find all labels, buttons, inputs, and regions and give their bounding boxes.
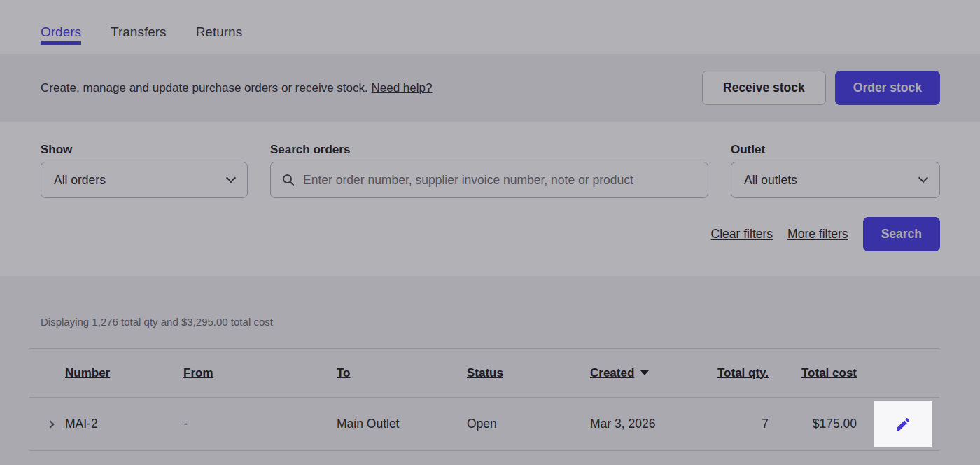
- banner-message: Create, manage and update purchase order…: [41, 81, 432, 95]
- table-header-row: Number From To Status Created Total qty.…: [29, 349, 939, 398]
- tab-transfers[interactable]: Transfers: [111, 25, 167, 54]
- outlet-filter-label: Outlet: [731, 143, 940, 157]
- cell-total-qty: 7: [762, 417, 769, 431]
- banner-message-text: Create, manage and update purchase order…: [41, 81, 368, 95]
- show-filter-select[interactable]: All orders: [41, 162, 248, 198]
- column-header-number[interactable]: Number: [65, 366, 183, 380]
- table-row: MAI-2 - Main Outlet Open Mar 3, 2026 7 $…: [29, 398, 939, 451]
- chevron-right-icon: [46, 420, 54, 428]
- tour-spotlight: [874, 401, 932, 447]
- pencil-icon: [895, 416, 911, 433]
- sort-desc-icon: [640, 370, 649, 375]
- column-header-status[interactable]: Status: [467, 366, 590, 380]
- receive-stock-button[interactable]: Receive stock: [702, 71, 826, 105]
- column-header-total-cost[interactable]: Total cost: [802, 366, 857, 380]
- clear-filters-link[interactable]: Clear filters: [711, 227, 774, 242]
- row-expander[interactable]: [29, 398, 53, 450]
- outlet-filter-select[interactable]: All outlets: [731, 162, 940, 198]
- filter-actions: Clear filters More filters Search: [41, 217, 940, 251]
- orders-content: Displaying 1,276 total qty and $3,295.00…: [0, 276, 980, 458]
- outlet-filter-value: All outlets: [744, 173, 797, 188]
- info-banner: Create, manage and update purchase order…: [0, 54, 980, 122]
- column-header-to[interactable]: To: [337, 366, 467, 380]
- search-orders-label: Search orders: [270, 143, 708, 157]
- tab-orders[interactable]: Orders: [41, 25, 81, 54]
- purchase-orders-page: Orders Transfers Returns Create, manage …: [0, 0, 980, 465]
- filters-section: Show All orders Search orders Outlet: [0, 122, 980, 276]
- orders-table: Number From To Status Created Total qty.…: [29, 348, 939, 451]
- edit-order-button[interactable]: [889, 410, 917, 438]
- cell-total-cost: $175.00: [813, 417, 857, 431]
- column-header-from[interactable]: From: [183, 366, 337, 380]
- search-orders-field: Search orders: [270, 143, 708, 198]
- column-header-created[interactable]: Created: [590, 366, 634, 380]
- totals-summary: Displaying 1,276 total qty and $3,295.00…: [0, 276, 980, 328]
- column-header-total-qty[interactable]: Total qty.: [718, 366, 769, 380]
- search-button[interactable]: Search: [863, 217, 940, 251]
- order-number-link[interactable]: MAI-2: [65, 417, 183, 431]
- outlet-filter-field: Outlet All outlets: [731, 143, 940, 198]
- show-filter-label: Show: [41, 143, 248, 157]
- show-filter-value: All orders: [54, 173, 106, 188]
- search-icon: [282, 174, 295, 186]
- need-help-link[interactable]: Need help?: [372, 81, 433, 95]
- chevron-down-icon: [918, 173, 928, 183]
- cell-from: -: [183, 417, 337, 431]
- order-stock-button[interactable]: Order stock: [835, 71, 940, 105]
- more-filters-link[interactable]: More filters: [788, 227, 848, 242]
- chevron-down-icon: [226, 173, 236, 183]
- cell-to: Main Outlet: [337, 417, 467, 431]
- cell-status: Open: [467, 417, 590, 431]
- tab-bar: Orders Transfers Returns: [0, 0, 980, 54]
- cell-created: Mar 3, 2026: [590, 417, 713, 431]
- show-filter-field: Show All orders: [41, 143, 248, 198]
- tab-returns[interactable]: Returns: [196, 25, 243, 54]
- search-orders-input[interactable]: [303, 173, 696, 188]
- banner-actions: Receive stock Order stock: [702, 71, 940, 105]
- search-box: [270, 162, 708, 198]
- cell-actions: [857, 398, 939, 450]
